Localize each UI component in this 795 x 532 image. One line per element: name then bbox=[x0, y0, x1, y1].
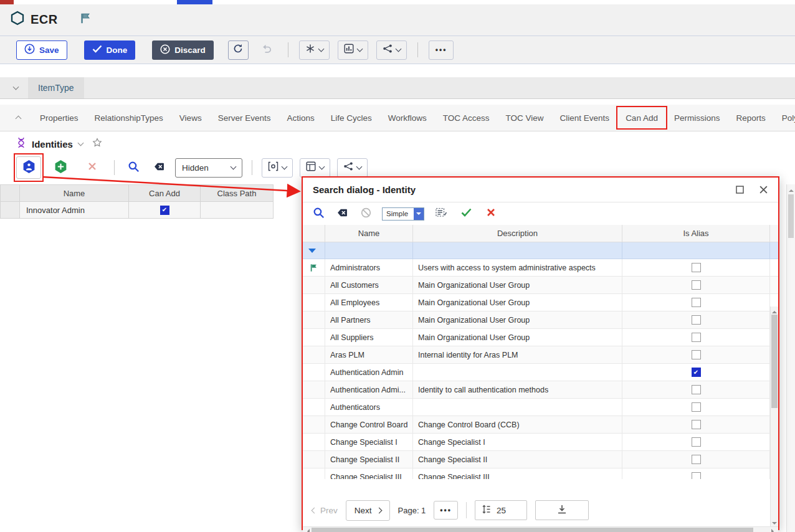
dialog-row[interactable]: All SuppliersMain Organizational User Gr… bbox=[303, 329, 778, 346]
main-toolbar: Save Done Discard ••• bbox=[0, 36, 795, 64]
column-header-name[interactable]: Name bbox=[20, 185, 129, 202]
dialog-row[interactable]: Change Specialist IChange Specialist I bbox=[303, 434, 778, 451]
is-alias-checkbox[interactable] bbox=[692, 420, 701, 429]
pick-related-button[interactable] bbox=[16, 156, 41, 179]
is-alias-checkbox[interactable] bbox=[692, 402, 701, 412]
can-add-checkbox[interactable] bbox=[160, 206, 169, 215]
save-button[interactable]: Save bbox=[16, 40, 67, 60]
next-page-button[interactable]: Next bbox=[346, 500, 390, 521]
itemtype-tab[interactable]: ItemType bbox=[28, 77, 84, 98]
column-header-class-path[interactable]: Class Path bbox=[201, 185, 274, 202]
blue-hexagon-user-icon bbox=[22, 159, 36, 176]
filter-description-cell[interactable] bbox=[413, 242, 622, 259]
criteria-grid-button[interactable] bbox=[433, 204, 449, 223]
tab-reports[interactable]: Reports bbox=[728, 105, 773, 131]
tab-toc-access[interactable]: TOC Access bbox=[435, 105, 498, 131]
page-scrollbar-thumb[interactable] bbox=[788, 194, 794, 238]
tabbar-collapse-button[interactable] bbox=[16, 112, 21, 123]
scroll-up-arrow-icon[interactable] bbox=[772, 308, 777, 313]
dialog-row[interactable]: Change Specialist IIChange Specialist II bbox=[303, 451, 778, 468]
clear-search-button[interactable] bbox=[150, 158, 168, 177]
filter-dropdown-cell[interactable] bbox=[303, 242, 325, 259]
share-dropdown-button[interactable] bbox=[376, 40, 407, 60]
chevron-down-icon[interactable] bbox=[77, 140, 83, 146]
dialog-row[interactable]: Authenticators bbox=[303, 399, 778, 416]
page-scrollbar[interactable] bbox=[786, 184, 795, 532]
dialog-row[interactable]: Change Control BoardChange Control Board… bbox=[303, 416, 778, 434]
star-icon[interactable] bbox=[92, 138, 102, 150]
dialog-search-button[interactable] bbox=[311, 204, 326, 223]
is-alias-checkbox[interactable] bbox=[692, 455, 701, 464]
filter-is-alias-cell[interactable] bbox=[622, 242, 770, 259]
tab-workflows[interactable]: Workflows bbox=[380, 105, 435, 131]
confirm-selection-button[interactable] bbox=[458, 204, 474, 223]
dialog-row[interactable]: Authentication Admin bbox=[303, 364, 778, 381]
search-button[interactable] bbox=[124, 158, 143, 177]
share-grid-dropdown-button[interactable] bbox=[337, 158, 368, 178]
close-button[interactable] bbox=[759, 185, 768, 194]
tab-relationshiptypes[interactable]: RelationshipTypes bbox=[87, 105, 171, 131]
column-header-is-alias[interactable]: Is Alias bbox=[622, 225, 770, 242]
refresh-button[interactable] bbox=[228, 40, 249, 60]
is-alias-checkbox[interactable] bbox=[692, 350, 701, 359]
tab-permissions[interactable]: Permissions bbox=[666, 105, 728, 131]
add-new-button[interactable] bbox=[48, 156, 73, 179]
dialog-filter-row[interactable] bbox=[303, 242, 778, 259]
dialog-clear-button[interactable] bbox=[335, 204, 350, 223]
search-mode-dropdown[interactable]: Simple bbox=[382, 207, 424, 221]
footer-more-button[interactable]: ••• bbox=[434, 501, 458, 520]
discard-button[interactable]: Discard bbox=[152, 40, 214, 60]
scroll-up-arrow-icon[interactable] bbox=[789, 187, 794, 192]
tab-can-add[interactable]: Can Add bbox=[617, 105, 666, 131]
tab-life-cycles[interactable]: Life Cycles bbox=[323, 105, 380, 131]
scroll-right-arrow-icon[interactable] bbox=[771, 529, 776, 532]
dialog-row[interactable]: All PartnersMain Organizational User Gro… bbox=[303, 311, 778, 329]
tab-toc-view[interactable]: TOC View bbox=[498, 105, 552, 131]
dialog-row[interactable]: Aras PLMInternal identity for Aras PLM bbox=[303, 346, 778, 364]
hidden-view-dropdown[interactable]: Hidden bbox=[175, 158, 242, 178]
dialog-row[interactable]: Change Specialist IIIChange Specialist I… bbox=[303, 468, 778, 479]
page-size-control[interactable]: 25 bbox=[475, 500, 527, 520]
structure-dropdown-button[interactable] bbox=[299, 40, 330, 60]
column-header-can-add[interactable]: Can Add bbox=[129, 185, 201, 202]
tab-poly[interactable]: Poly bbox=[774, 105, 795, 131]
is-alias-checkbox[interactable] bbox=[692, 315, 701, 325]
dialog-row[interactable]: All CustomersMain Organizational User Gr… bbox=[303, 277, 778, 294]
vertical-scrollbar-thumb[interactable] bbox=[771, 315, 778, 408]
tab-properties[interactable]: Properties bbox=[32, 105, 87, 131]
maximize-button[interactable] bbox=[736, 186, 744, 194]
tab-server-events[interactable]: Server Events bbox=[210, 105, 279, 131]
done-button[interactable]: Done bbox=[84, 40, 136, 60]
column-header-description[interactable]: Description bbox=[413, 225, 622, 242]
tab-views[interactable]: Views bbox=[171, 105, 210, 131]
scroll-left-arrow-icon[interactable] bbox=[305, 529, 310, 532]
is-alias-checkbox[interactable] bbox=[692, 263, 701, 272]
is-alias-checkbox[interactable] bbox=[692, 437, 701, 447]
cancel-selection-button[interactable] bbox=[483, 204, 499, 223]
column-header-name[interactable]: Name bbox=[325, 225, 413, 242]
collapse-chevron-icon[interactable] bbox=[13, 84, 19, 90]
dialog-titlebar[interactable]: Search dialog - Identity bbox=[303, 178, 778, 202]
more-button[interactable]: ••• bbox=[429, 40, 454, 60]
tab-actions[interactable]: Actions bbox=[278, 105, 322, 131]
dialog-row[interactable]: All EmployeesMain Organizational User Gr… bbox=[303, 294, 778, 311]
tab-client-events[interactable]: Client Events bbox=[552, 105, 618, 131]
export-download-button[interactable] bbox=[535, 500, 589, 520]
identities-grid-row[interactable]: Innovator Admin bbox=[1, 202, 274, 219]
flag-icon[interactable] bbox=[80, 12, 92, 27]
is-alias-checkbox[interactable] bbox=[692, 298, 701, 307]
is-alias-checkbox[interactable] bbox=[692, 333, 701, 342]
chart-icon bbox=[344, 44, 354, 56]
filter-name-cell[interactable] bbox=[325, 242, 413, 259]
is-alias-checkbox[interactable] bbox=[692, 368, 701, 377]
dialog-row[interactable]: AdministratorsUsers with access to syste… bbox=[303, 259, 778, 277]
undo-button[interactable] bbox=[257, 40, 277, 60]
is-alias-checkbox[interactable] bbox=[692, 385, 701, 394]
dialog-row[interactable]: Authentication Admi...Identity to call a… bbox=[303, 381, 778, 399]
is-alias-checkbox[interactable] bbox=[692, 280, 701, 290]
reports-dropdown-button[interactable] bbox=[338, 40, 368, 60]
layout-dropdown-button[interactable] bbox=[300, 158, 330, 178]
select-related-dropdown-button[interactable] bbox=[262, 158, 293, 178]
is-alias-checkbox[interactable] bbox=[692, 472, 701, 479]
identity-name-cell: Innovator Admin bbox=[20, 202, 129, 219]
